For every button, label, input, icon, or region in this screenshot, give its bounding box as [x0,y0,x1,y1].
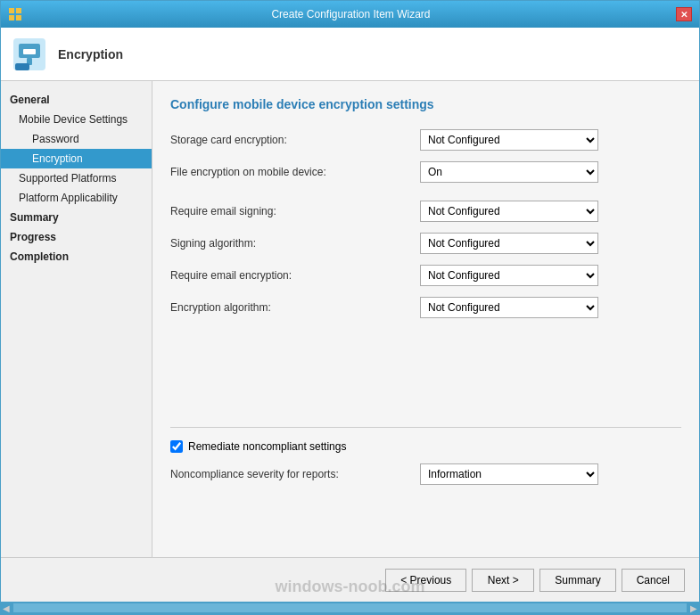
header-title: Encryption [58,47,123,62]
email-encryption-control: Not Configured Required Not Required [420,265,681,286]
noncompliance-row: Noncompliance severity for reports: Info… [170,462,681,487]
email-encryption-label: Require email encryption: [170,269,420,282]
sidebar-item-general[interactable]: General [1,90,152,110]
signing-algorithm-select[interactable]: Not Configured SHA MD5 [420,233,598,254]
scroll-track [13,603,687,612]
main-panel: Configure mobile device encryption setti… [152,81,699,557]
file-encryption-row: File encryption on mobile device: Not Co… [170,160,681,184]
encryption-algorithm-control: Not Configured 3DES DES AES128 AES256 [420,297,681,318]
sidebar-item-summary[interactable]: Summary [1,208,152,227]
email-settings-section: Require email signing: Not Configured Re… [170,199,681,320]
close-button[interactable]: ✕ [676,7,692,21]
svg-rect-0 [9,8,14,13]
encryption-header-icon [12,37,47,72]
storage-card-select[interactable]: Not Configured Required Not Required [420,129,598,151]
encryption-algorithm-label: Encryption algorithm: [170,301,420,314]
email-signing-label: Require email signing: [170,205,420,217]
sidebar-item-password[interactable]: Password [1,129,152,149]
file-encryption-control: Not Configured On Off [420,161,681,183]
noncompliance-select[interactable]: Information Warning Critical Critical wi… [420,463,598,485]
encryption-algorithm-row: Encryption algorithm: Not Configured 3DE… [170,295,681,320]
email-signing-row: Require email signing: Not Configured Re… [170,199,681,224]
sidebar-item-mobile-device-settings[interactable]: Mobile Device Settings [1,110,152,129]
storage-card-row: Storage card encryption: Not Configured … [170,127,681,152]
signing-algorithm-control: Not Configured SHA MD5 [420,233,681,254]
scroll-left-arrow[interactable]: ◀ [1,603,12,613]
noncompliance-label: Noncompliance severity for reports: [170,468,420,480]
svg-rect-3 [16,15,21,20]
sidebar-item-progress[interactable]: Progress [1,227,152,247]
window-title: Create Configuration Item Wizard [26,8,676,20]
sidebar-item-supported-platforms[interactable]: Supported Platforms [1,168,152,188]
remediate-checkbox[interactable] [170,440,183,453]
storage-card-control: Not Configured Required Not Required [420,129,681,151]
sidebar: General Mobile Device Settings Password … [1,81,152,557]
encryption-algorithm-select[interactable]: Not Configured 3DES DES AES128 AES256 [420,297,598,318]
settings-grid: Storage card encryption: Not Configured … [170,127,681,184]
email-signing-control: Not Configured Required Not Required [420,201,681,222]
settings-divider [170,427,681,428]
svg-rect-6 [23,49,36,54]
signing-algorithm-label: Signing algorithm: [170,237,420,250]
svg-rect-1 [16,8,21,13]
summary-button[interactable]: Summary [539,569,615,592]
previous-button[interactable]: < Previous [385,569,466,592]
email-encryption-select[interactable]: Not Configured Required Not Required [420,265,598,286]
next-button[interactable]: Next > [472,569,534,592]
scroll-right-arrow[interactable]: ▶ [688,603,699,613]
cancel-button[interactable]: Cancel [622,569,685,592]
sidebar-item-platform-applicability[interactable]: Platform Applicability [1,188,152,208]
title-bar: Create Configuration Item Wizard ✕ [1,1,699,28]
file-encryption-label: File encryption on mobile device: [170,166,420,178]
window-icon [8,7,22,21]
file-encryption-select[interactable]: Not Configured On Off [420,161,598,183]
main-title: Configure mobile device encryption setti… [170,97,681,111]
sidebar-item-encryption[interactable]: Encryption [1,149,152,168]
noncompliance-control: Information Warning Critical Critical wi… [420,463,681,485]
remediate-row: Remediate noncompliant settings [170,440,681,453]
signing-algorithm-row: Signing algorithm: Not Configured SHA MD… [170,231,681,256]
email-encryption-row: Require email encryption: Not Configured… [170,263,681,288]
email-settings-grid: Require email signing: Not Configured Re… [170,199,681,320]
header-strip: Encryption [1,28,699,81]
svg-rect-2 [9,15,14,20]
footer-bar: < Previous Next > Summary Cancel [1,557,699,602]
storage-card-label: Storage card encryption: [170,134,420,146]
bottom-scrollbar[interactable]: ◀ ▶ [1,602,699,614]
remediate-label: Remediate noncompliant settings [188,440,346,453]
svg-rect-8 [15,63,29,70]
content-area: General Mobile Device Settings Password … [1,81,699,557]
sidebar-item-completion[interactable]: Completion [1,247,152,266]
email-signing-select[interactable]: Not Configured Required Not Required [420,201,598,222]
